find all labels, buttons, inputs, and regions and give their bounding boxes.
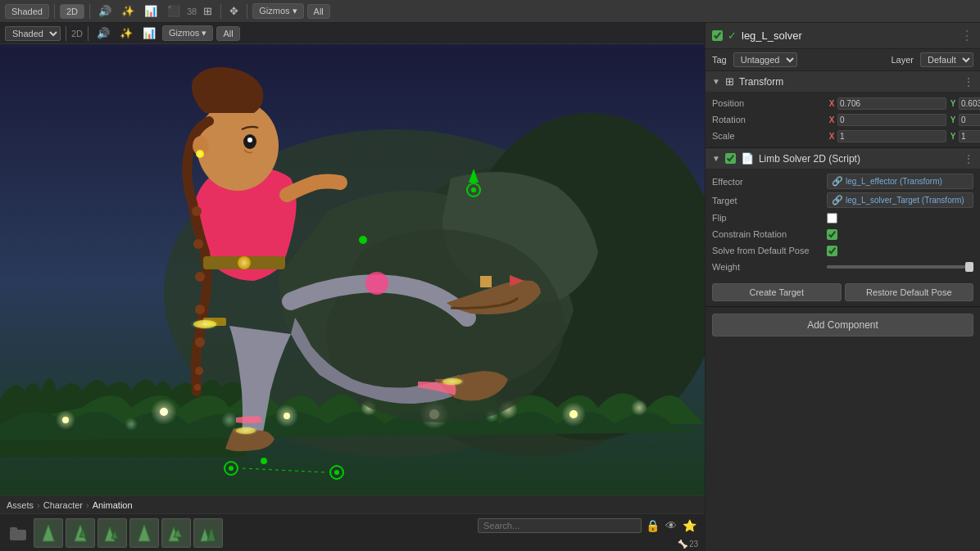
limb-solver-header[interactable]: ▼ 📄 Limb Solver 2D (Script) ⋮ (706, 148, 980, 169)
svg-point-55 (233, 426, 259, 436)
limb-solver-toggle: ▼ (712, 154, 720, 163)
scene-sep2 (88, 26, 88, 41)
transform-section: ▼ ⊞ Transform ⋮ Position X Y (706, 71, 980, 148)
scale-label: Scale (712, 131, 827, 141)
all-btn[interactable]: All (307, 4, 330, 19)
anim-thumb-6[interactable] (193, 518, 223, 548)
inspector-panel: ✓ leg_L_solver ⋮ Tag Untagged Layer Defa… (705, 23, 980, 551)
search-area: 🔒 👁 ⭐ (478, 517, 698, 534)
x-label: X (827, 99, 837, 108)
constrain-rotation-checkbox[interactable] (827, 229, 837, 240)
layers-icon[interactable]: ⬛ (164, 3, 184, 19)
weight-row: Weight (706, 259, 980, 275)
constrain-rotation-row: Constrain Rotation (706, 226, 980, 242)
scale-y-group: Y (948, 130, 980, 142)
rotation-y-input[interactable] (959, 114, 980, 126)
move-icon[interactable]: ✥ (226, 3, 242, 19)
anim-thumb-1[interactable] (34, 518, 63, 548)
limb-solver-section: ▼ 📄 Limb Solver 2D (Script) ⋮ Effector 🔗… (706, 148, 980, 307)
weight-slider-thumb[interactable] (965, 262, 973, 272)
rot-y-group: Y (948, 114, 980, 126)
search-input[interactable] (478, 518, 642, 533)
svg-point-7 (160, 408, 168, 416)
limb-solver-enabled[interactable] (725, 153, 736, 164)
folder-svg (8, 523, 28, 543)
sep4 (247, 4, 247, 19)
transform-menu-icon[interactable]: ⋮ (964, 76, 973, 88)
tag-select[interactable]: Untagged (733, 52, 797, 67)
effects-icon[interactable]: ✨ (118, 3, 138, 19)
effector-field[interactable]: 🔗 leg_L_effector (Transform) (827, 174, 973, 189)
svg-rect-58 (10, 530, 26, 540)
scene-all[interactable]: All (216, 26, 239, 41)
shaded-dropdown[interactable]: Shaded (5, 4, 49, 19)
audio-icon[interactable]: 🔊 (95, 3, 115, 19)
shaded-select[interactable]: Shaded (5, 26, 61, 41)
restore-default-btn[interactable]: Restore Default Pose (845, 283, 974, 301)
layer-select[interactable]: Default (920, 52, 973, 67)
anim-thumb-4[interactable] (129, 518, 159, 548)
target-field[interactable]: 🔗 leg_L_solver_Target (Transform) (827, 192, 973, 208)
anim-svg-6 (196, 521, 220, 545)
limb-solver-title: Limb Solver 2D (Script) (759, 153, 959, 165)
scene-gizmos[interactable]: Gizmos ▾ (162, 25, 213, 41)
position-x-input[interactable] (837, 97, 946, 110)
add-component-btn[interactable]: Add Component (712, 314, 973, 336)
position-y-input[interactable] (959, 97, 980, 110)
svg-point-36 (238, 256, 251, 269)
transform-toggle: ▼ (712, 77, 720, 86)
breadcrumb-animation[interactable]: Animation (93, 500, 133, 510)
scene-fx[interactable]: ✨ (116, 25, 136, 41)
stats-icon[interactable]: 📊 (141, 3, 161, 19)
star-icon[interactable]: ⭐ (681, 517, 698, 534)
svg-marker-59 (43, 525, 54, 541)
effector-row: Effector 🔗 leg_L_effector (Transform) (706, 172, 980, 191)
anim-thumb-3[interactable] (98, 518, 127, 548)
svg-point-21 (192, 206, 202, 216)
scene-audio[interactable]: 🔊 (93, 25, 113, 41)
breadcrumb-assets[interactable]: Assets (7, 500, 34, 510)
svg-point-25 (195, 337, 205, 347)
weight-slider-track[interactable] (827, 265, 973, 269)
scene-view[interactable]: Shaded 2D 🔊 ✨ 📊 Gizmos ▾ All (0, 23, 705, 551)
solve-default-checkbox[interactable] (827, 246, 837, 256)
sep2 (89, 4, 90, 19)
sep3 (220, 4, 221, 19)
scene-stat[interactable]: 📊 (139, 25, 159, 41)
svg-point-16 (631, 400, 647, 416)
limb-solver-menu-icon[interactable]: ⋮ (964, 153, 973, 165)
scale-row: Scale X Y Z (706, 128, 980, 144)
object-enabled-checkbox[interactable] (712, 30, 723, 41)
anim-thumb-2[interactable] (66, 518, 95, 548)
character-container (0, 47, 705, 551)
flip-value (827, 213, 973, 224)
flip-row: Flip (706, 210, 980, 226)
anim-thumb-5[interactable] (161, 518, 191, 548)
create-target-btn[interactable]: Create Target (712, 283, 842, 301)
transform-icon: ⊞ (725, 75, 734, 88)
target-row: Target 🔗 leg_L_solver_Target (Transform) (706, 191, 980, 210)
breadcrumb-character[interactable]: Character (43, 500, 83, 510)
2d-mode-btn[interactable]: 2D (60, 4, 84, 19)
folder-icon[interactable] (5, 520, 31, 546)
svg-point-29 (247, 138, 252, 142)
flip-checkbox[interactable] (827, 213, 837, 224)
rotation-row: Rotation X Y Z (706, 111, 980, 128)
check-icon: ✓ (728, 29, 737, 42)
scene-svg (0, 47, 705, 514)
grid-icon[interactable]: ⊞ (200, 3, 216, 19)
scale-value: X Y Z (827, 130, 980, 142)
rot-y-label: Y (948, 115, 958, 124)
rotation-x-input[interactable] (837, 114, 946, 126)
svg-rect-44 (480, 276, 492, 287)
svg-marker-64 (138, 525, 150, 541)
eye-icon[interactable]: 👁 (664, 517, 678, 534)
transform-header[interactable]: ▼ ⊞ Transform ⋮ (706, 71, 980, 92)
gizmos-btn[interactable]: Gizmos ▾ (252, 3, 303, 19)
svg-point-46 (229, 466, 234, 471)
lock-icon[interactable]: 🔒 (644, 517, 661, 534)
scale-x-input[interactable] (837, 130, 946, 142)
settings-icon[interactable]: ⋮ (960, 28, 973, 43)
action-buttons: Create Target Restore Default Pose (706, 278, 980, 306)
scale-y-input[interactable] (959, 130, 980, 142)
